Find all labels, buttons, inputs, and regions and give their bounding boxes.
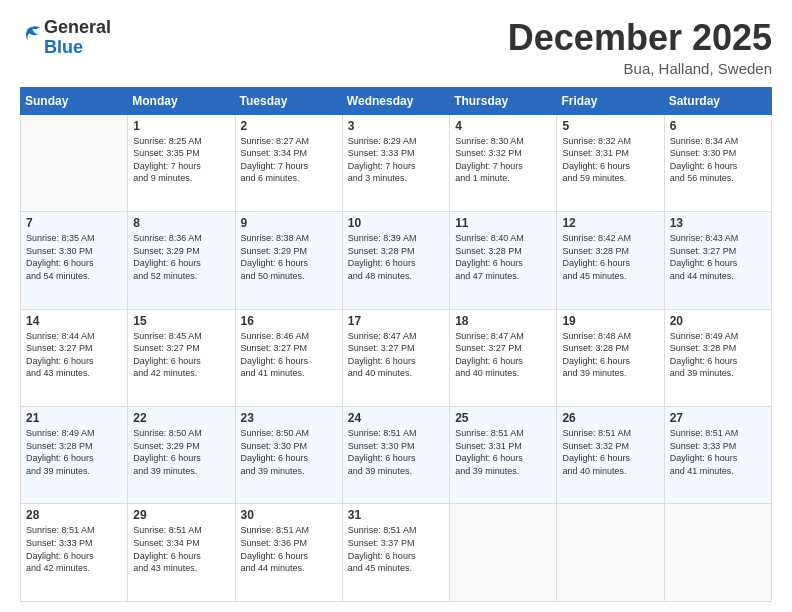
- day-info: Sunrise: 8:47 AM Sunset: 3:27 PM Dayligh…: [455, 330, 551, 380]
- title-block: December 2025 Bua, Halland, Sweden: [508, 18, 772, 77]
- day-info: Sunrise: 8:48 AM Sunset: 3:28 PM Dayligh…: [562, 330, 658, 380]
- calendar-day-cell: 16Sunrise: 8:46 AM Sunset: 3:27 PM Dayli…: [235, 309, 342, 406]
- logo: General Blue: [20, 18, 111, 58]
- day-number: 28: [26, 508, 122, 522]
- day-number: 22: [133, 411, 229, 425]
- calendar-day-cell: 1Sunrise: 8:25 AM Sunset: 3:35 PM Daylig…: [128, 114, 235, 211]
- day-info: Sunrise: 8:27 AM Sunset: 3:34 PM Dayligh…: [241, 135, 337, 185]
- location-title: Bua, Halland, Sweden: [508, 60, 772, 77]
- day-number: 29: [133, 508, 229, 522]
- calendar-week-row: 28Sunrise: 8:51 AM Sunset: 3:33 PM Dayli…: [21, 504, 772, 602]
- day-info: Sunrise: 8:32 AM Sunset: 3:31 PM Dayligh…: [562, 135, 658, 185]
- day-number: 4: [455, 119, 551, 133]
- day-info: Sunrise: 8:49 AM Sunset: 3:28 PM Dayligh…: [26, 427, 122, 477]
- day-info: Sunrise: 8:25 AM Sunset: 3:35 PM Dayligh…: [133, 135, 229, 185]
- calendar-day-cell: 3Sunrise: 8:29 AM Sunset: 3:33 PM Daylig…: [342, 114, 449, 211]
- calendar-day-cell: 8Sunrise: 8:36 AM Sunset: 3:29 PM Daylig…: [128, 212, 235, 309]
- day-info: Sunrise: 8:50 AM Sunset: 3:30 PM Dayligh…: [241, 427, 337, 477]
- day-number: 7: [26, 216, 122, 230]
- day-number: 19: [562, 314, 658, 328]
- day-number: 2: [241, 119, 337, 133]
- calendar-day-cell: 18Sunrise: 8:47 AM Sunset: 3:27 PM Dayli…: [450, 309, 557, 406]
- calendar-day-cell: 31Sunrise: 8:51 AM Sunset: 3:37 PM Dayli…: [342, 504, 449, 602]
- day-info: Sunrise: 8:47 AM Sunset: 3:27 PM Dayligh…: [348, 330, 444, 380]
- calendar-day-cell: 2Sunrise: 8:27 AM Sunset: 3:34 PM Daylig…: [235, 114, 342, 211]
- day-info: Sunrise: 8:51 AM Sunset: 3:33 PM Dayligh…: [26, 524, 122, 574]
- day-info: Sunrise: 8:51 AM Sunset: 3:31 PM Dayligh…: [455, 427, 551, 477]
- day-number: 18: [455, 314, 551, 328]
- day-number: 12: [562, 216, 658, 230]
- calendar-day-cell: 28Sunrise: 8:51 AM Sunset: 3:33 PM Dayli…: [21, 504, 128, 602]
- day-number: 8: [133, 216, 229, 230]
- calendar-day-cell: 25Sunrise: 8:51 AM Sunset: 3:31 PM Dayli…: [450, 407, 557, 504]
- header: General Blue December 2025 Bua, Halland,…: [20, 18, 772, 77]
- day-number: 6: [670, 119, 766, 133]
- calendar-day-cell: 5Sunrise: 8:32 AM Sunset: 3:31 PM Daylig…: [557, 114, 664, 211]
- day-number: 14: [26, 314, 122, 328]
- calendar-week-row: 1Sunrise: 8:25 AM Sunset: 3:35 PM Daylig…: [21, 114, 772, 211]
- day-number: 16: [241, 314, 337, 328]
- calendar-day-cell: 24Sunrise: 8:51 AM Sunset: 3:30 PM Dayli…: [342, 407, 449, 504]
- calendar-day-cell: 19Sunrise: 8:48 AM Sunset: 3:28 PM Dayli…: [557, 309, 664, 406]
- day-number: 10: [348, 216, 444, 230]
- calendar-header-row: SundayMondayTuesdayWednesdayThursdayFrid…: [21, 87, 772, 114]
- day-info: Sunrise: 8:49 AM Sunset: 3:28 PM Dayligh…: [670, 330, 766, 380]
- calendar-day-cell: [557, 504, 664, 602]
- calendar-table: SundayMondayTuesdayWednesdayThursdayFrid…: [20, 87, 772, 602]
- day-info: Sunrise: 8:36 AM Sunset: 3:29 PM Dayligh…: [133, 232, 229, 282]
- day-info: Sunrise: 8:30 AM Sunset: 3:32 PM Dayligh…: [455, 135, 551, 185]
- day-info: Sunrise: 8:42 AM Sunset: 3:28 PM Dayligh…: [562, 232, 658, 282]
- calendar-day-cell: 11Sunrise: 8:40 AM Sunset: 3:28 PM Dayli…: [450, 212, 557, 309]
- day-number: 3: [348, 119, 444, 133]
- day-number: 13: [670, 216, 766, 230]
- page: General Blue December 2025 Bua, Halland,…: [0, 0, 792, 612]
- day-info: Sunrise: 8:46 AM Sunset: 3:27 PM Dayligh…: [241, 330, 337, 380]
- calendar-day-cell: [21, 114, 128, 211]
- day-number: 9: [241, 216, 337, 230]
- day-number: 24: [348, 411, 444, 425]
- day-number: 31: [348, 508, 444, 522]
- logo-bird-icon: [22, 23, 44, 45]
- day-info: Sunrise: 8:51 AM Sunset: 3:37 PM Dayligh…: [348, 524, 444, 574]
- month-title: December 2025: [508, 18, 772, 58]
- day-info: Sunrise: 8:50 AM Sunset: 3:29 PM Dayligh…: [133, 427, 229, 477]
- calendar-day-cell: 4Sunrise: 8:30 AM Sunset: 3:32 PM Daylig…: [450, 114, 557, 211]
- calendar-day-cell: 20Sunrise: 8:49 AM Sunset: 3:28 PM Dayli…: [664, 309, 771, 406]
- logo-text: General Blue: [44, 18, 111, 58]
- calendar-day-cell: 12Sunrise: 8:42 AM Sunset: 3:28 PM Dayli…: [557, 212, 664, 309]
- day-info: Sunrise: 8:39 AM Sunset: 3:28 PM Dayligh…: [348, 232, 444, 282]
- calendar-day-cell: 27Sunrise: 8:51 AM Sunset: 3:33 PM Dayli…: [664, 407, 771, 504]
- calendar-day-cell: 13Sunrise: 8:43 AM Sunset: 3:27 PM Dayli…: [664, 212, 771, 309]
- day-info: Sunrise: 8:38 AM Sunset: 3:29 PM Dayligh…: [241, 232, 337, 282]
- calendar-day-cell: 30Sunrise: 8:51 AM Sunset: 3:36 PM Dayli…: [235, 504, 342, 602]
- day-number: 15: [133, 314, 229, 328]
- day-info: Sunrise: 8:51 AM Sunset: 3:30 PM Dayligh…: [348, 427, 444, 477]
- calendar-day-header: Monday: [128, 87, 235, 114]
- calendar-day-cell: 26Sunrise: 8:51 AM Sunset: 3:32 PM Dayli…: [557, 407, 664, 504]
- calendar-day-cell: 6Sunrise: 8:34 AM Sunset: 3:30 PM Daylig…: [664, 114, 771, 211]
- calendar-day-header: Sunday: [21, 87, 128, 114]
- calendar-day-cell: [664, 504, 771, 602]
- calendar-day-header: Wednesday: [342, 87, 449, 114]
- calendar-day-cell: 15Sunrise: 8:45 AM Sunset: 3:27 PM Dayli…: [128, 309, 235, 406]
- day-info: Sunrise: 8:43 AM Sunset: 3:27 PM Dayligh…: [670, 232, 766, 282]
- day-number: 17: [348, 314, 444, 328]
- calendar-day-cell: 14Sunrise: 8:44 AM Sunset: 3:27 PM Dayli…: [21, 309, 128, 406]
- calendar-week-row: 14Sunrise: 8:44 AM Sunset: 3:27 PM Dayli…: [21, 309, 772, 406]
- calendar-day-header: Thursday: [450, 87, 557, 114]
- calendar-day-cell: 29Sunrise: 8:51 AM Sunset: 3:34 PM Dayli…: [128, 504, 235, 602]
- day-info: Sunrise: 8:51 AM Sunset: 3:33 PM Dayligh…: [670, 427, 766, 477]
- calendar-day-header: Tuesday: [235, 87, 342, 114]
- day-number: 25: [455, 411, 551, 425]
- calendar-day-cell: 17Sunrise: 8:47 AM Sunset: 3:27 PM Dayli…: [342, 309, 449, 406]
- calendar-day-cell: 7Sunrise: 8:35 AM Sunset: 3:30 PM Daylig…: [21, 212, 128, 309]
- calendar-day-header: Friday: [557, 87, 664, 114]
- logo-general-text: General: [44, 17, 111, 37]
- day-number: 1: [133, 119, 229, 133]
- day-number: 27: [670, 411, 766, 425]
- day-info: Sunrise: 8:40 AM Sunset: 3:28 PM Dayligh…: [455, 232, 551, 282]
- calendar-day-cell: 23Sunrise: 8:50 AM Sunset: 3:30 PM Dayli…: [235, 407, 342, 504]
- day-info: Sunrise: 8:29 AM Sunset: 3:33 PM Dayligh…: [348, 135, 444, 185]
- calendar-day-header: Saturday: [664, 87, 771, 114]
- calendar-day-cell: 21Sunrise: 8:49 AM Sunset: 3:28 PM Dayli…: [21, 407, 128, 504]
